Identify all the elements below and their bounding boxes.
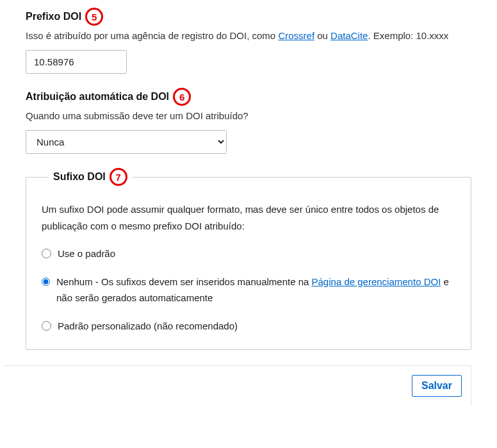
annotation-7: 7 xyxy=(110,168,127,186)
suffix-option-custom[interactable]: Padrão personalizado (não recomendado) xyxy=(42,318,455,335)
suffix-label: Sufixo DOI xyxy=(53,171,106,183)
auto-assign-section: Atribuição automática de DOI 6 Quando um… xyxy=(26,88,471,154)
prefix-input[interactable] xyxy=(26,50,127,74)
doi-management-link[interactable]: Página de gerenciamento DOI xyxy=(312,276,441,287)
prefix-section: Prefixo DOI 5 Isso é atribuído por uma a… xyxy=(26,8,471,74)
auto-assign-help: Quando uma submissão deve ter um DOI atr… xyxy=(26,108,471,124)
prefix-label-row: Prefixo DOI 5 xyxy=(26,8,471,26)
suffix-option-default-label: Use o padrão xyxy=(58,245,115,262)
suffix-option-custom-label: Padrão personalizado (não recomendado) xyxy=(58,318,238,335)
annotation-5: 5 xyxy=(85,8,103,26)
suffix-option-none-before: Nenhum - Os sufixos devem ser inseridos … xyxy=(56,276,312,287)
prefix-help: Isso é atribuído por uma agência de regi… xyxy=(26,28,471,44)
suffix-fieldset: Sufixo DOI 7 Um sufixo DOI pode assumir … xyxy=(26,168,471,350)
suffix-help: Um sufixo DOI pode assumir qualquer form… xyxy=(42,201,455,234)
annotation-6: 6 xyxy=(173,88,191,106)
save-button[interactable]: Salvar xyxy=(412,375,462,397)
suffix-option-none[interactable]: Nenhum - Os sufixos devem ser inseridos … xyxy=(42,274,455,306)
suffix-radio-none[interactable] xyxy=(42,277,50,286)
prefix-label: Prefixo DOI xyxy=(26,11,81,22)
crossref-link[interactable]: Crossref xyxy=(278,30,314,41)
auto-assign-label: Atribuição automática de DOI xyxy=(26,91,169,103)
suffix-radio-custom[interactable] xyxy=(42,321,51,331)
datacite-link[interactable]: DataCite xyxy=(330,30,368,41)
prefix-help-text-2: ou xyxy=(314,30,330,41)
suffix-legend: Sufixo DOI 7 xyxy=(48,168,133,186)
footer: Salvar xyxy=(4,365,471,406)
auto-assign-label-row: Atribuição automática de DOI 6 xyxy=(26,88,471,106)
prefix-help-text-3: . Exemplo: 10.xxxx xyxy=(368,30,448,41)
suffix-option-none-label: Nenhum - Os sufixos devem ser inseridos … xyxy=(56,274,455,306)
suffix-radio-default[interactable] xyxy=(42,249,51,258)
prefix-help-text-1: Isso é atribuído por uma agência de regi… xyxy=(26,30,278,41)
suffix-option-default[interactable]: Use o padrão xyxy=(42,245,455,262)
auto-assign-select[interactable]: Nunca xyxy=(26,130,227,154)
